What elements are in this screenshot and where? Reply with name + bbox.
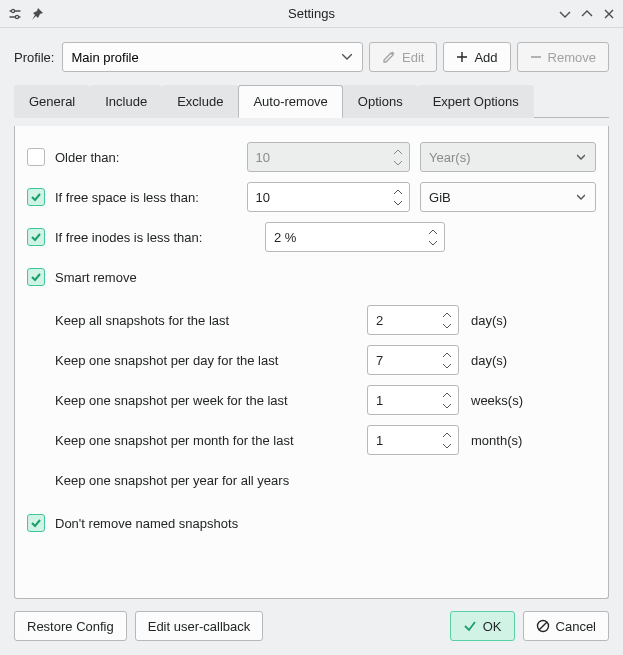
titlebar: Settings bbox=[0, 0, 623, 28]
add-profile-label: Add bbox=[474, 50, 497, 65]
svg-point-2 bbox=[11, 9, 14, 12]
older-than-unit[interactable]: Year(s) bbox=[420, 142, 596, 172]
free-space-label: If free space is less than: bbox=[55, 190, 237, 205]
maximize-icon[interactable] bbox=[581, 8, 593, 20]
remove-profile-button[interactable]: Remove bbox=[517, 42, 609, 72]
svg-line-5 bbox=[539, 622, 547, 630]
older-than-checkbox[interactable] bbox=[27, 148, 45, 166]
smart-remove-checkbox[interactable] bbox=[27, 268, 45, 286]
settings-icon[interactable] bbox=[8, 7, 22, 21]
free-space-value[interactable] bbox=[247, 182, 411, 212]
tab-include[interactable]: Include bbox=[90, 85, 162, 118]
per-day-value[interactable] bbox=[367, 345, 459, 375]
ok-button[interactable]: OK bbox=[450, 611, 515, 641]
per-month-label: Keep one snapshot per month for the last bbox=[55, 433, 355, 448]
free-space-checkbox[interactable] bbox=[27, 188, 45, 206]
per-week-label: Keep one snapshot per week for the last bbox=[55, 393, 355, 408]
tab-auto-remove[interactable]: Auto-remove bbox=[238, 85, 342, 118]
spin-down-icon[interactable] bbox=[426, 238, 440, 248]
spin-down-icon[interactable] bbox=[391, 198, 405, 208]
per-year-label: Keep one snapshot per year for all years bbox=[55, 473, 289, 488]
per-day-label: Keep one snapshot per day for the last bbox=[55, 353, 355, 368]
remove-profile-label: Remove bbox=[548, 50, 596, 65]
edit-user-callback-button[interactable]: Edit user-callback bbox=[135, 611, 264, 641]
per-month-unit: month(s) bbox=[471, 433, 522, 448]
minimize-icon[interactable] bbox=[559, 8, 571, 20]
auto-remove-pane: Older than: Year(s) If free space is les… bbox=[14, 126, 609, 599]
free-inodes-label: If free inodes is less than: bbox=[55, 230, 255, 245]
per-month-value[interactable] bbox=[367, 425, 459, 455]
smart-remove-label: Smart remove bbox=[55, 270, 137, 285]
tab-options[interactable]: Options bbox=[343, 85, 418, 118]
tab-general[interactable]: General bbox=[14, 85, 90, 118]
keep-all-label: Keep all snapshots for the last bbox=[55, 313, 355, 328]
edit-profile-button[interactable]: Edit bbox=[369, 42, 437, 72]
dialog-footer: Restore Config Edit user-callback OK Can… bbox=[14, 607, 609, 641]
free-inodes-checkbox[interactable] bbox=[27, 228, 45, 246]
spin-up-icon[interactable] bbox=[391, 186, 405, 196]
free-inodes-value[interactable] bbox=[265, 222, 445, 252]
per-day-unit: day(s) bbox=[471, 353, 507, 368]
window-title: Settings bbox=[78, 6, 545, 21]
per-week-value[interactable] bbox=[367, 385, 459, 415]
profile-row: Profile: Main profile Edit Add Remove bbox=[14, 42, 609, 72]
spin-up-icon[interactable] bbox=[426, 226, 440, 236]
pin-icon[interactable] bbox=[30, 7, 44, 21]
keep-all-unit: day(s) bbox=[471, 313, 507, 328]
older-than-label: Older than: bbox=[55, 150, 237, 165]
smart-remove-group: Keep all snapshots for the last day(s) K… bbox=[27, 300, 596, 500]
add-profile-button[interactable]: Add bbox=[443, 42, 510, 72]
profile-select[interactable]: Main profile bbox=[62, 42, 363, 72]
restore-config-button[interactable]: Restore Config bbox=[14, 611, 127, 641]
dont-remove-named-checkbox[interactable] bbox=[27, 514, 45, 532]
cancel-button[interactable]: Cancel bbox=[523, 611, 609, 641]
svg-point-3 bbox=[15, 15, 18, 18]
free-space-unit[interactable]: GiB bbox=[420, 182, 596, 212]
keep-all-value[interactable] bbox=[367, 305, 459, 335]
profile-label: Profile: bbox=[14, 50, 56, 65]
tabbar: General Include Exclude Auto-remove Opti… bbox=[14, 84, 609, 118]
tab-exclude[interactable]: Exclude bbox=[162, 85, 238, 118]
dont-remove-named-label: Don't remove named snapshots bbox=[55, 516, 238, 531]
edit-profile-label: Edit bbox=[402, 50, 424, 65]
per-week-unit: weeks(s) bbox=[471, 393, 523, 408]
older-than-value[interactable] bbox=[247, 142, 411, 172]
tab-expert-options[interactable]: Expert Options bbox=[418, 85, 534, 118]
close-icon[interactable] bbox=[603, 8, 615, 20]
